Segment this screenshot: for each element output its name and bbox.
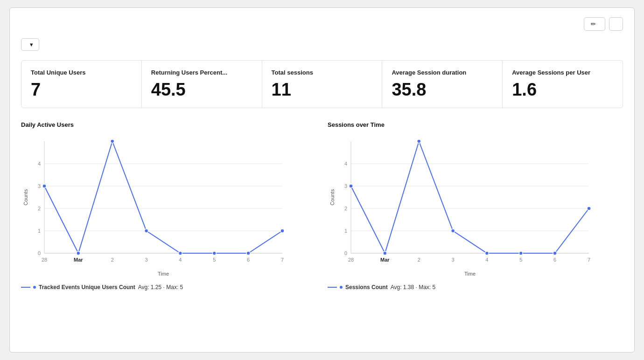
svg-text:5: 5 [519,257,522,263]
svg-text:3: 3 [38,183,41,189]
metric-label-4: Average Sessions per User [512,69,613,76]
svg-text:Mar: Mar [74,257,83,263]
svg-text:4: 4 [38,161,41,166]
header: ✏ [21,17,623,31]
metric-card-1: Returning Users Percent... 45.5 [142,61,262,108]
dashboard-container: ✏ ▾ Total Unique Users 7 Returning Users… [9,7,635,353]
svg-text:2: 2 [38,206,41,211]
svg-point-25 [145,229,148,233]
edit-icon: ✏ [591,21,596,28]
chart-area-0: 01234 28Mar234567 Counts Time [21,132,316,281]
svg-text:4: 4 [344,161,347,166]
svg-text:2: 2 [418,257,420,263]
metric-label-1: Returning Users Percent... [151,69,252,76]
svg-text:Time: Time [158,271,169,277]
svg-point-27 [212,251,216,255]
metric-value-2: 11 [272,81,373,98]
svg-point-22 [42,184,46,188]
legend-stats-0: Avg: 1.25 · Max: 5 [138,284,183,291]
legend-dot-icon [340,286,343,289]
svg-point-28 [246,251,250,255]
svg-point-58 [553,251,557,255]
chart-title-0: Daily Active Users [21,121,316,128]
chart-title-1: Sessions over Time [328,121,623,128]
svg-text:1: 1 [38,228,41,234]
metric-value-4: 1.6 [512,81,613,98]
legend-label-0: Tracked Events Unique Users Count [39,284,135,291]
svg-text:Counts: Counts [23,189,28,205]
metric-card-2: Total sessions 11 [262,61,383,108]
metrics-row: Total Unique Users 7 Returning Users Per… [21,60,623,108]
date-filter-dropdown[interactable]: ▾ [21,38,39,51]
chart-area-1: 01234 28Mar234567 Counts Time [328,132,623,281]
svg-point-56 [485,251,489,255]
metric-label-2: Total sessions [272,69,373,76]
edit-button[interactable]: ✏ [584,17,605,31]
chart-container-0: Daily Active Users 01234 28Mar234567 Cou… [21,121,316,291]
svg-text:Mar: Mar [380,257,390,263]
svg-text:Counts: Counts [329,189,335,205]
svg-text:7: 7 [281,257,284,263]
header-actions: ✏ [584,17,623,31]
chart-legend-1: Sessions Count Avg: 1.38 · Max: 5 [328,284,623,291]
svg-text:6: 6 [553,257,556,263]
svg-text:4: 4 [179,257,182,263]
metric-value-0: 7 [31,81,132,98]
chevron-down-icon: ▾ [30,41,33,48]
svg-point-24 [111,139,114,143]
svg-text:4: 4 [485,257,488,263]
legend-stats-1: Avg: 1.38 · Max: 5 [391,284,436,291]
svg-point-57 [519,251,523,255]
svg-text:1: 1 [344,228,347,234]
svg-point-55 [451,229,455,233]
svg-point-59 [587,207,591,210]
svg-text:3: 3 [145,257,148,263]
legend-dot-icon [33,286,36,289]
svg-text:7: 7 [588,257,590,263]
svg-point-54 [417,139,421,143]
metric-card-4: Average Sessions per User 1.6 [503,61,623,108]
svg-text:28: 28 [42,257,47,263]
chart-container-1: Sessions over Time 01234 28Mar234567 Cou… [328,121,623,291]
svg-point-23 [77,251,80,255]
metric-label-0: Total Unique Users [31,69,132,76]
metric-card-3: Average Session duration 35.8 [382,61,503,108]
svg-point-53 [383,251,387,255]
svg-text:3: 3 [344,183,347,189]
legend-line-icon [21,287,30,288]
svg-text:6: 6 [247,257,250,263]
svg-point-26 [178,251,182,255]
metric-value-1: 45.5 [151,81,252,98]
svg-text:3: 3 [452,257,455,263]
svg-point-52 [349,184,353,188]
charts-row: Daily Active Users 01234 28Mar234567 Cou… [21,121,623,291]
svg-text:Time: Time [464,271,476,277]
legend-line-icon [328,287,337,288]
legend-label-1: Sessions Count [345,284,388,291]
svg-text:2: 2 [111,257,114,263]
svg-text:28: 28 [348,257,354,263]
svg-text:2: 2 [344,206,347,211]
svg-point-29 [280,229,284,233]
svg-text:5: 5 [213,257,216,263]
metric-card-0: Total Unique Users 7 [21,61,142,108]
chart-legend-0: Tracked Events Unique Users Count Avg: 1… [21,284,316,291]
metric-value-3: 35.8 [392,81,493,98]
metric-label-3: Average Session duration [392,69,493,76]
svg-text:0: 0 [38,250,41,256]
go-back-button[interactable] [609,17,623,31]
svg-text:0: 0 [344,250,347,256]
